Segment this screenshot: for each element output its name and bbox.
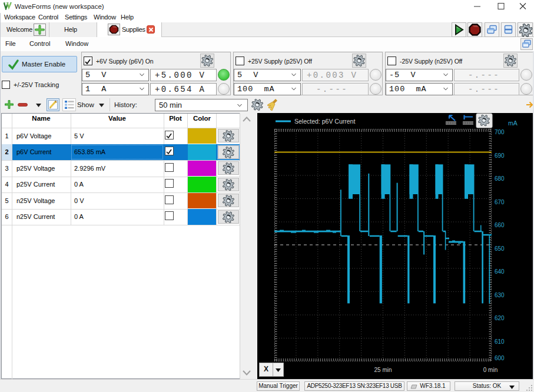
svg-text:610: 610 (495, 338, 505, 345)
svg-text:670: 670 (495, 199, 505, 205)
svg-text:620: 620 (495, 315, 505, 321)
svg-text:690: 690 (495, 152, 505, 159)
svg-text:650: 650 (495, 245, 505, 252)
svg-text:680: 680 (495, 175, 505, 182)
svg-text:660: 660 (495, 222, 505, 228)
svg-text:640: 640 (495, 268, 505, 275)
svg-text:0 min: 0 min (483, 367, 497, 373)
svg-text:mA: mA (508, 119, 518, 127)
svg-text:600: 600 (495, 355, 505, 361)
svg-text:700: 700 (495, 129, 505, 135)
svg-text:25 min: 25 min (374, 367, 392, 373)
svg-text:Selected: p6V Current: Selected: p6V Current (294, 118, 355, 125)
svg-text:630: 630 (495, 292, 505, 298)
